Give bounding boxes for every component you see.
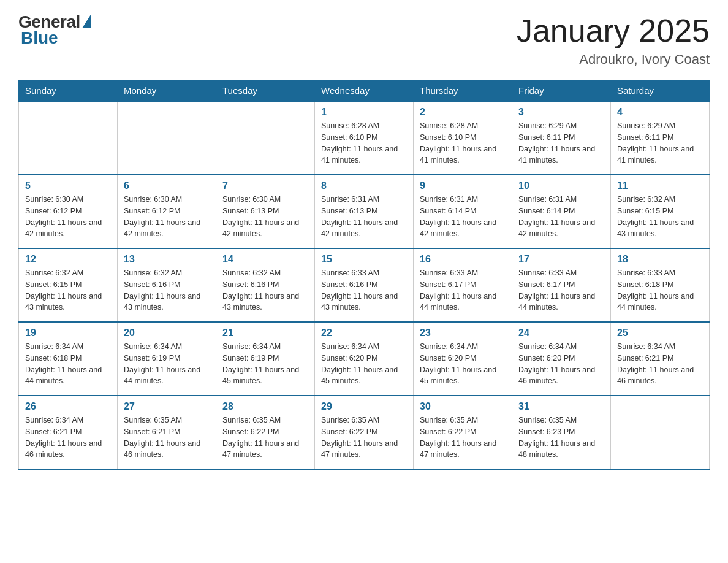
- calendar-week-row: 12Sunrise: 6:32 AM Sunset: 6:15 PM Dayli…: [19, 248, 710, 322]
- day-info: Sunrise: 6:34 AM Sunset: 6:20 PM Dayligh…: [321, 341, 407, 387]
- title-block: January 2025 Adroukro, Ivory Coast: [517, 12, 710, 67]
- day-info: Sunrise: 6:34 AM Sunset: 6:19 PM Dayligh…: [124, 341, 210, 387]
- day-number: 24: [518, 327, 604, 339]
- day-number: 6: [124, 180, 210, 191]
- day-info: Sunrise: 6:35 AM Sunset: 6:22 PM Dayligh…: [321, 415, 407, 461]
- day-number: 7: [222, 180, 308, 191]
- calendar-cell: 7Sunrise: 6:30 AM Sunset: 6:13 PM Daylig…: [216, 175, 315, 248]
- day-info: Sunrise: 6:31 AM Sunset: 6:14 PM Dayligh…: [518, 194, 604, 240]
- calendar-cell: 14Sunrise: 6:32 AM Sunset: 6:16 PM Dayli…: [216, 248, 315, 322]
- calendar-week-row: 5Sunrise: 6:30 AM Sunset: 6:12 PM Daylig…: [19, 175, 710, 248]
- logo: General Blue: [18, 12, 91, 48]
- day-info: Sunrise: 6:28 AM Sunset: 6:10 PM Dayligh…: [321, 120, 407, 166]
- day-info: Sunrise: 6:32 AM Sunset: 6:15 PM Dayligh…: [25, 267, 111, 313]
- day-number: 9: [420, 180, 506, 191]
- day-number: 4: [617, 107, 703, 118]
- calendar-cell: [19, 101, 118, 175]
- day-info: Sunrise: 6:30 AM Sunset: 6:12 PM Dayligh…: [25, 194, 111, 240]
- day-info: Sunrise: 6:33 AM Sunset: 6:17 PM Dayligh…: [518, 267, 604, 313]
- calendar-cell: 18Sunrise: 6:33 AM Sunset: 6:18 PM Dayli…: [611, 248, 710, 322]
- day-header-tuesday: Tuesday: [216, 80, 315, 102]
- day-info: Sunrise: 6:28 AM Sunset: 6:10 PM Dayligh…: [420, 120, 506, 166]
- day-number: 5: [25, 180, 111, 191]
- calendar-cell: [118, 101, 216, 175]
- page-header: General Blue January 2025 Adroukro, Ivor…: [18, 12, 710, 67]
- month-title: January 2025: [517, 12, 710, 49]
- calendar-cell: 12Sunrise: 6:32 AM Sunset: 6:15 PM Dayli…: [19, 248, 118, 322]
- day-number: 8: [321, 180, 407, 191]
- day-info: Sunrise: 6:32 AM Sunset: 6:15 PM Dayligh…: [617, 194, 703, 240]
- calendar-cell: 13Sunrise: 6:32 AM Sunset: 6:16 PM Dayli…: [118, 248, 216, 322]
- day-info: Sunrise: 6:33 AM Sunset: 6:18 PM Dayligh…: [617, 267, 703, 313]
- calendar-cell: 25Sunrise: 6:34 AM Sunset: 6:21 PM Dayli…: [611, 322, 710, 396]
- calendar-cell: 27Sunrise: 6:35 AM Sunset: 6:21 PM Dayli…: [118, 396, 216, 469]
- day-number: 3: [518, 107, 604, 118]
- calendar-cell: 10Sunrise: 6:31 AM Sunset: 6:14 PM Dayli…: [512, 175, 611, 248]
- day-info: Sunrise: 6:34 AM Sunset: 6:21 PM Dayligh…: [617, 341, 703, 387]
- calendar-cell: 2Sunrise: 6:28 AM Sunset: 6:10 PM Daylig…: [414, 101, 512, 175]
- calendar-cell: 29Sunrise: 6:35 AM Sunset: 6:22 PM Dayli…: [315, 396, 414, 469]
- day-number: 26: [25, 401, 111, 412]
- calendar-cell: [216, 101, 315, 175]
- day-number: 15: [321, 254, 407, 265]
- calendar-cell: 3Sunrise: 6:29 AM Sunset: 6:11 PM Daylig…: [512, 101, 611, 175]
- calendar-cell: 1Sunrise: 6:28 AM Sunset: 6:10 PM Daylig…: [315, 101, 414, 175]
- calendar-cell: 4Sunrise: 6:29 AM Sunset: 6:11 PM Daylig…: [611, 101, 710, 175]
- calendar-cell: 5Sunrise: 6:30 AM Sunset: 6:12 PM Daylig…: [19, 175, 118, 248]
- calendar-cell: 19Sunrise: 6:34 AM Sunset: 6:18 PM Dayli…: [19, 322, 118, 396]
- calendar-cell: 31Sunrise: 6:35 AM Sunset: 6:23 PM Dayli…: [512, 396, 611, 469]
- calendar-table: SundayMondayTuesdayWednesdayThursdayFrid…: [18, 80, 710, 470]
- calendar-week-row: 26Sunrise: 6:34 AM Sunset: 6:21 PM Dayli…: [19, 396, 710, 469]
- day-info: Sunrise: 6:34 AM Sunset: 6:18 PM Dayligh…: [25, 341, 111, 387]
- calendar-cell: 23Sunrise: 6:34 AM Sunset: 6:20 PM Dayli…: [414, 322, 512, 396]
- logo-blue-text: Blue: [21, 28, 58, 48]
- day-number: 28: [222, 401, 308, 412]
- day-number: 14: [222, 254, 308, 265]
- calendar-cell: 21Sunrise: 6:34 AM Sunset: 6:19 PM Dayli…: [216, 322, 315, 396]
- day-header-wednesday: Wednesday: [315, 80, 414, 102]
- day-info: Sunrise: 6:35 AM Sunset: 6:23 PM Dayligh…: [518, 415, 604, 461]
- calendar-cell: 8Sunrise: 6:31 AM Sunset: 6:13 PM Daylig…: [315, 175, 414, 248]
- day-number: 11: [617, 180, 703, 191]
- day-info: Sunrise: 6:32 AM Sunset: 6:16 PM Dayligh…: [124, 267, 210, 313]
- calendar-cell: 11Sunrise: 6:32 AM Sunset: 6:15 PM Dayli…: [611, 175, 710, 248]
- day-info: Sunrise: 6:29 AM Sunset: 6:11 PM Dayligh…: [518, 120, 604, 166]
- location-title: Adroukro, Ivory Coast: [517, 52, 710, 67]
- day-number: 31: [518, 401, 604, 412]
- day-number: 20: [124, 327, 210, 339]
- day-info: Sunrise: 6:34 AM Sunset: 6:20 PM Dayligh…: [518, 341, 604, 387]
- day-info: Sunrise: 6:35 AM Sunset: 6:21 PM Dayligh…: [124, 415, 210, 461]
- day-info: Sunrise: 6:33 AM Sunset: 6:17 PM Dayligh…: [420, 267, 506, 313]
- day-header-sunday: Sunday: [19, 80, 118, 102]
- day-number: 2: [420, 107, 506, 118]
- calendar-week-row: 19Sunrise: 6:34 AM Sunset: 6:18 PM Dayli…: [19, 322, 710, 396]
- day-info: Sunrise: 6:32 AM Sunset: 6:16 PM Dayligh…: [222, 267, 308, 313]
- calendar-cell: 26Sunrise: 6:34 AM Sunset: 6:21 PM Dayli…: [19, 396, 118, 469]
- day-number: 10: [518, 180, 604, 191]
- day-number: 13: [124, 254, 210, 265]
- day-info: Sunrise: 6:30 AM Sunset: 6:13 PM Dayligh…: [222, 194, 308, 240]
- day-info: Sunrise: 6:35 AM Sunset: 6:22 PM Dayligh…: [420, 415, 506, 461]
- day-number: 23: [420, 327, 506, 339]
- day-info: Sunrise: 6:35 AM Sunset: 6:22 PM Dayligh…: [222, 415, 308, 461]
- calendar-cell: 17Sunrise: 6:33 AM Sunset: 6:17 PM Dayli…: [512, 248, 611, 322]
- day-number: 18: [617, 254, 703, 265]
- day-number: 25: [617, 327, 703, 339]
- day-info: Sunrise: 6:31 AM Sunset: 6:14 PM Dayligh…: [420, 194, 506, 240]
- calendar-header-row: SundayMondayTuesdayWednesdayThursdayFrid…: [19, 80, 710, 102]
- day-info: Sunrise: 6:29 AM Sunset: 6:11 PM Dayligh…: [617, 120, 703, 166]
- day-number: 22: [321, 327, 407, 339]
- calendar-cell: 16Sunrise: 6:33 AM Sunset: 6:17 PM Dayli…: [414, 248, 512, 322]
- day-number: 30: [420, 401, 506, 412]
- day-info: Sunrise: 6:33 AM Sunset: 6:16 PM Dayligh…: [321, 267, 407, 313]
- day-number: 21: [222, 327, 308, 339]
- day-number: 17: [518, 254, 604, 265]
- logo-triangle-icon: [82, 15, 91, 28]
- calendar-week-row: 1Sunrise: 6:28 AM Sunset: 6:10 PM Daylig…: [19, 101, 710, 175]
- calendar-cell: 9Sunrise: 6:31 AM Sunset: 6:14 PM Daylig…: [414, 175, 512, 248]
- calendar-cell: [611, 396, 710, 469]
- calendar-cell: 24Sunrise: 6:34 AM Sunset: 6:20 PM Dayli…: [512, 322, 611, 396]
- day-number: 12: [25, 254, 111, 265]
- calendar-cell: 20Sunrise: 6:34 AM Sunset: 6:19 PM Dayli…: [118, 322, 216, 396]
- day-info: Sunrise: 6:34 AM Sunset: 6:19 PM Dayligh…: [222, 341, 308, 387]
